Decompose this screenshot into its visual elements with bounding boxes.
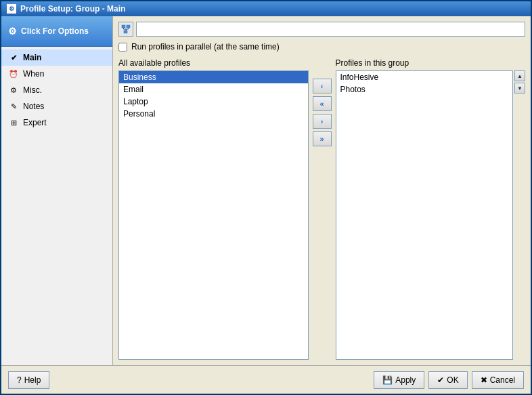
title-bar: ⚙ Profile Setup: Group - Main: [1, 1, 531, 16]
main-icon: ✔: [8, 52, 19, 63]
list-item[interactable]: Business: [119, 71, 308, 83]
bottom-bar: ? Help 💾 Apply ✔ OK ✖ Cancel: [1, 365, 531, 394]
misc-icon: ⚙: [8, 85, 19, 96]
available-profiles-section: All available profiles Business Email La…: [118, 58, 309, 360]
apply-label: Apply: [395, 375, 416, 385]
ok-label: OK: [447, 375, 458, 385]
nav-items: ✔ Main ⏰ When ⚙ Misc. ✎ Notes ⊞ Expert: [1, 47, 112, 365]
list-item[interactable]: InfoHesive: [336, 71, 513, 83]
sidebar-misc-label: Misc.: [23, 85, 42, 95]
apply-icon: 💾: [382, 375, 393, 385]
move-left-button[interactable]: ‹: [313, 79, 332, 93]
options-icon: ⚙: [8, 26, 17, 37]
help-label: Help: [24, 375, 41, 385]
when-icon: ⏰: [8, 68, 19, 79]
svg-rect-1: [127, 25, 130, 28]
ok-button[interactable]: ✔ OK: [428, 371, 467, 389]
help-icon: ?: [17, 375, 22, 385]
available-profiles-label: All available profiles: [118, 58, 309, 68]
list-item[interactable]: Laptop: [119, 96, 308, 108]
svg-rect-2: [124, 30, 127, 33]
main-content: Run profiles in parallel (at the same ti…: [113, 16, 531, 365]
toolbar-row: [118, 22, 525, 37]
notes-icon: ✎: [8, 101, 19, 112]
sidebar-item-expert[interactable]: ⊞ Expert: [1, 115, 112, 131]
move-all-left-button[interactable]: «: [313, 96, 332, 111]
available-profiles-listbox[interactable]: Business Email Laptop Personal: [118, 70, 309, 360]
cancel-icon: ✖: [481, 375, 487, 385]
sidebar-notes-label: Notes: [23, 102, 44, 111]
svg-rect-0: [122, 25, 125, 28]
toolbar-network-icon-btn[interactable]: [118, 22, 133, 37]
click-for-options-button[interactable]: ⚙ Click For Options: [1, 16, 112, 47]
scroll-up-button[interactable]: ▲: [514, 70, 525, 81]
apply-button[interactable]: 💾 Apply: [374, 371, 424, 389]
scroll-down-button[interactable]: ▼: [514, 83, 525, 93]
transfer-buttons: ‹ « › »: [309, 58, 336, 360]
title-bar-icon: ⚙: [7, 4, 16, 14]
move-all-right-button[interactable]: »: [313, 131, 332, 146]
click-for-options-label: Click For Options: [21, 26, 89, 36]
help-button[interactable]: ? Help: [8, 371, 49, 389]
window-title: Profile Setup: Group - Main: [20, 4, 125, 14]
sidebar-item-notes[interactable]: ✎ Notes: [1, 98, 112, 115]
sidebar: ⚙ Click For Options ✔ Main ⏰ When ⚙ Misc…: [1, 16, 113, 365]
group-profiles-listbox[interactable]: InfoHesive Photos: [336, 70, 514, 360]
ok-icon: ✔: [437, 375, 444, 385]
sidebar-item-when[interactable]: ⏰ When: [1, 66, 112, 82]
group-profiles-section: Profiles in this group InfoHesive Photos: [336, 58, 526, 360]
cancel-button[interactable]: ✖ Cancel: [472, 371, 524, 389]
group-profiles-label: Profiles in this group: [336, 58, 526, 68]
sidebar-when-label: When: [23, 69, 44, 79]
parallel-checkbox-label: Run profiles in parallel (at the same ti…: [131, 42, 280, 51]
list-item[interactable]: Email: [119, 83, 308, 96]
sidebar-expert-label: Expert: [23, 118, 47, 127]
sidebar-item-main[interactable]: ✔ Main: [1, 49, 112, 66]
expert-icon: ⊞: [8, 117, 19, 128]
parallel-checkbox[interactable]: [118, 43, 127, 51]
network-icon: [121, 24, 131, 34]
list-item[interactable]: Photos: [336, 83, 513, 96]
parallel-checkbox-row: Run profiles in parallel (at the same ti…: [118, 42, 525, 51]
list-item[interactable]: Personal: [119, 108, 308, 120]
sidebar-main-label: Main: [23, 53, 41, 62]
window-body: ⚙ Click For Options ✔ Main ⏰ When ⚙ Misc…: [1, 16, 531, 365]
cancel-label: Cancel: [490, 375, 515, 385]
main-window: ⚙ Profile Setup: Group - Main ⚙ Click Fo…: [0, 0, 532, 395]
toolbar-text-input[interactable]: [136, 22, 525, 37]
move-right-button[interactable]: ›: [313, 114, 332, 129]
profiles-container: All available profiles Business Email La…: [118, 58, 525, 360]
sidebar-item-misc[interactable]: ⚙ Misc.: [1, 82, 112, 98]
